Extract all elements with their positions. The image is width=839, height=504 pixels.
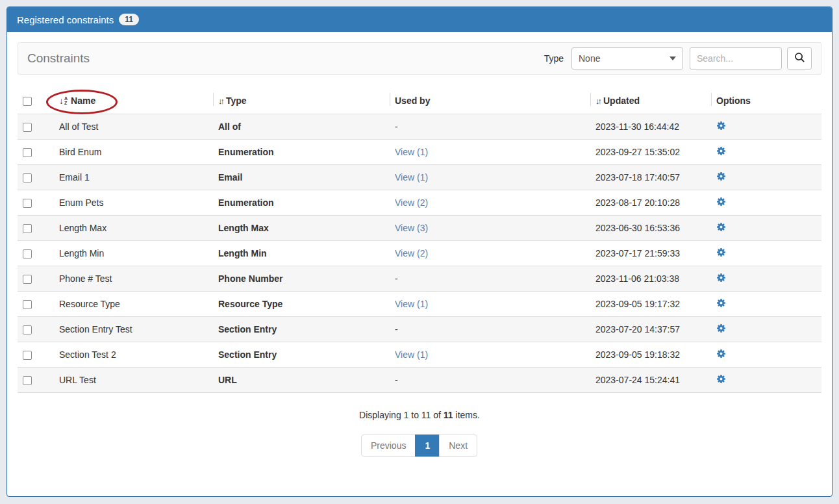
table-row: Section Entry TestSection Entry-2023-07-… [18,317,821,342]
used-by-none: - [395,121,398,132]
updated-timestamp-cell: 2023-09-05 19:17:32 [590,292,711,317]
name-header-label: Name [71,95,95,106]
sort-icon: ↓↑ [595,96,600,106]
constraint-type-cell: All of [213,114,390,140]
updated-timestamp-cell: 2023-07-20 14:37:57 [590,317,711,342]
table-row: Resource TypeResource TypeView (1)2023-0… [18,292,821,317]
gear-icon [716,351,726,360]
pagination-previous[interactable]: Previous [361,435,416,457]
type-select[interactable]: None [571,47,683,69]
pagination: Previous 1 Next [18,435,821,457]
updated-timestamp-cell: 2023-07-24 15:24:41 [590,368,711,393]
row-checkbox[interactable] [23,300,32,309]
row-options-button[interactable] [716,146,726,156]
row-checkbox[interactable] [23,224,32,233]
used-by-column-header: Used by [390,89,590,114]
view-used-by-link[interactable]: View (2) [395,248,428,258]
row-options-button[interactable] [716,273,726,283]
constraints-table: ↓ AZ Name ↓↑Type Used by ↓↑Updated [18,89,821,393]
constraint-name-cell: Length Min [54,241,213,266]
updated-timestamp-cell: 2023-07-17 21:59:33 [590,241,711,266]
updated-timestamp-cell: 2023-11-06 21:03:38 [590,266,711,292]
constraint-type-cell: Email [213,165,390,190]
table-row: All of TestAll of-2023-11-30 16:44:42 [18,114,821,140]
updated-timestamp-cell: 2023-09-05 19:18:32 [590,342,711,368]
constraints-panel: Registered constraints 11 Constraints Ty… [6,6,833,497]
view-used-by-link[interactable]: View (2) [395,197,428,208]
type-column-header[interactable]: ↓↑Type [213,89,390,114]
row-checkbox[interactable] [23,275,32,284]
view-used-by-link[interactable]: View (1) [395,147,428,157]
gear-icon [716,300,726,310]
pagination-next[interactable]: Next [439,435,477,457]
updated-column-header[interactable]: ↓↑Updated [590,89,711,114]
row-options-button[interactable] [716,323,726,333]
row-options-button[interactable] [716,349,726,359]
search-button[interactable] [787,47,812,69]
gear-icon [716,173,726,183]
view-used-by-link[interactable]: View (1) [395,172,428,183]
row-checkbox[interactable] [23,376,32,385]
row-options-button[interactable] [716,222,726,232]
pagination-page-1[interactable]: 1 [415,435,440,457]
row-options-button[interactable] [716,247,726,257]
row-checkbox[interactable] [23,249,32,258]
gear-icon [716,148,726,158]
updated-header-label: Updated [603,95,640,106]
gear-icon [716,376,726,386]
constraint-type-cell: Phone Number [213,266,390,292]
items-summary: Displaying 1 to 11 of 11 items. [18,410,821,420]
type-filter-label: Type [544,53,564,64]
constraint-type-cell: Length Min [213,241,390,266]
toolbar-heading: Constraints [27,51,90,66]
panel-title: Registered constraints [17,14,114,25]
gear-icon [716,199,726,208]
view-used-by-link[interactable]: View (1) [395,349,428,360]
row-checkbox[interactable] [23,148,32,157]
chevron-down-icon [670,57,676,60]
gear-icon [716,123,726,132]
type-header-label: Type [226,95,247,106]
table-row: Section Test 2Section EntryView (1)2023-… [18,342,821,368]
gear-icon [716,275,726,284]
name-column-header[interactable]: ↓ AZ Name [54,89,213,114]
row-options-button[interactable] [716,197,726,207]
row-options-button[interactable] [716,121,726,131]
constraint-name-cell: Bird Enum [54,140,213,165]
table-row: Bird EnumEnumerationView (1)2023-09-27 1… [18,140,821,165]
row-options-button[interactable] [716,171,726,181]
constraint-name-cell: Enum Pets [54,190,213,216]
row-options-button[interactable] [716,298,726,308]
options-header-label: Options [716,95,751,106]
search-input[interactable] [690,47,782,69]
constraint-type-cell: Section Entry [213,342,390,368]
constraint-type-cell: Resource Type [213,292,390,317]
view-used-by-link[interactable]: View (3) [395,223,428,233]
row-checkbox[interactable] [23,199,32,208]
type-select-value: None [579,53,600,64]
table-row: URL TestURL-2023-07-24 15:24:41 [18,368,821,393]
row-checkbox[interactable] [23,123,32,132]
row-checkbox[interactable] [23,173,32,183]
table-row: Enum PetsEnumerationView (2)2023-08-17 2… [18,190,821,216]
constraint-name-cell: Section Entry Test [54,317,213,342]
constraint-type-cell: Section Entry [213,317,390,342]
panel-body: Constraints Type None [7,32,832,467]
view-used-by-link[interactable]: View (1) [395,299,428,309]
table-row: Email 1EmailView (1)2023-07-18 17:40:57 [18,165,821,190]
row-checkbox[interactable] [23,351,32,360]
updated-timestamp-cell: 2023-06-30 16:53:36 [590,216,711,241]
gear-icon [716,249,726,259]
summary-text: items. [453,410,480,420]
constraint-name-cell: Section Test 2 [54,342,213,368]
constraint-name-cell: Email 1 [54,165,213,190]
used-by-none: - [395,375,398,385]
row-options-button[interactable] [716,374,726,384]
select-all-checkbox[interactable] [23,97,32,106]
constraint-name-cell: Resource Type [54,292,213,317]
sort-icon: ↓↑ [218,96,223,106]
summary-text: Displaying 1 to 11 of [359,410,444,420]
row-checkbox[interactable] [23,325,32,334]
select-all-header [18,89,54,114]
constraint-name-cell: URL Test [54,368,213,393]
